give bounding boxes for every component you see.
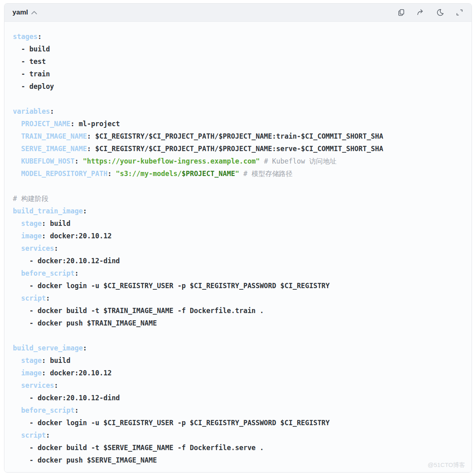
code-line: stage: build [13,354,464,367]
language-label: yaml [12,8,28,16]
chevron-up-icon [31,10,37,15]
code-line: script: [13,292,464,305]
forward-arrow-icon [416,8,425,16]
theme-toggle-button[interactable] [435,8,445,17]
code-line: image: docker:20.10.12 [13,230,464,242]
code-block: stages: - build - test - train - deploy … [4,22,472,472]
code-line: KUBEFLOW_HOST: "https://your-kubeflow-in… [13,155,464,168]
code-line: stage: build [13,217,464,230]
code-line [13,330,464,342]
copy-icon [397,8,405,16]
code-block-widget: yaml [4,3,472,473]
code-line: MODEL_REPOSITORY_PATH: "s3://my-models/$… [13,168,464,180]
code-line: - build [13,43,464,55]
code-block-header: yaml [4,4,472,22]
code-line: TRAIN_IMAGE_NAME: $CI_REGISTRY/$CI_PROJE… [13,130,464,143]
header-actions [396,8,464,17]
code-line: - docker push $SERVE_IMAGE_NAME [13,454,464,467]
share-button[interactable] [416,8,426,17]
code-line: - docker build -t $SERVE_IMAGE_NAME -f D… [13,442,464,454]
code-line: script: [13,429,464,442]
code-line: build_serve_image: [13,342,464,354]
code-line: - docker:20.10.12-dind [13,255,464,267]
code-line: - docker:20.10.12-dind [13,392,464,404]
code-line: - deploy [13,80,464,93]
code-line: - train [13,68,464,80]
code-line: - docker login -u $CI_REGISTRY_USER -p $… [13,417,464,429]
language-collapse-toggle[interactable]: yaml [12,8,37,16]
code-line: - docker build -t $TRAIN_IMAGE_NAME -f D… [13,305,464,317]
fullscreen-button[interactable] [455,8,464,17]
code-line: stages: [13,31,464,43]
code-line: before_script: [13,404,464,417]
moon-icon [436,8,444,16]
code-line: services: [13,379,464,392]
copy-button[interactable] [396,8,406,17]
code-line: - docker push $TRAIN_IMAGE_NAME [13,317,464,330]
code-line: PROJECT_NAME: ml-project [13,118,464,130]
code-line: services: [13,242,464,255]
code-line: variables: [13,105,464,118]
code-line: SERVE_IMAGE_NAME: $CI_REGISTRY/$CI_PROJE… [13,143,464,155]
code-line: before_script: [13,267,464,280]
code-line: # 构建阶段 [13,192,464,205]
code-line: build_train_image: [13,205,464,217]
code-line [13,180,464,192]
expand-icon [455,8,464,16]
code-line: image: docker:20.10.12 [13,367,464,379]
code-line: - test [13,55,464,68]
code-line [13,93,464,105]
code-line: - docker login -u $CI_REGISTRY_USER -p $… [13,280,464,292]
